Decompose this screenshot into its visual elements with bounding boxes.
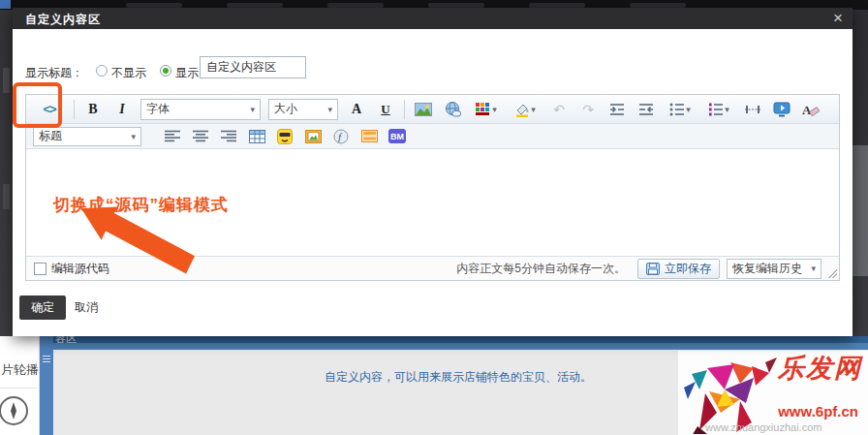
- dimmed-content-patch: [852, 145, 868, 276]
- italic-button[interactable]: I: [111, 99, 133, 120]
- paragraph-format-select[interactable]: 标题 ▾: [33, 127, 141, 146]
- insert-image-button[interactable]: [413, 99, 434, 120]
- bm-template-button[interactable]: BM: [387, 127, 408, 146]
- photo-album-button[interactable]: [302, 127, 324, 146]
- resize-grip[interactable]: [826, 267, 837, 278]
- undo-button[interactable]: ↶: [548, 99, 570, 120]
- sidebar-item-carousel[interactable]: 片轮播: [1, 361, 39, 379]
- bold-icon: B: [88, 102, 97, 117]
- radio-show-title[interactable]: [160, 65, 171, 77]
- font-size-select[interactable]: 大小 ▾: [268, 99, 338, 120]
- restore-history-select[interactable]: 恢复编辑历史 ▾: [727, 259, 822, 279]
- outdent-button[interactable]: [636, 99, 657, 120]
- emoticon-button[interactable]: [274, 127, 295, 146]
- watermark-brand: 乐发网: [778, 351, 862, 386]
- chevron-down-icon: ▾: [131, 132, 136, 141]
- bold-button[interactable]: B: [82, 99, 104, 120]
- indent-icon: [609, 103, 625, 116]
- chevron-down-icon: ▾: [725, 105, 729, 114]
- edit-source-label[interactable]: 编辑源代码: [51, 261, 109, 277]
- align-right-button[interactable]: [218, 127, 239, 146]
- chevron-down-icon: ▾: [327, 105, 332, 114]
- nav-item-ghost: [630, 3, 686, 8]
- custom-content-dialog: 自定义内容区 × 显示标题： 不显示 显示 <> B I 字体 ▾ 大小 ▾ A…: [13, 8, 852, 336]
- module-title-bar: 容区: [53, 336, 868, 343]
- source-code-icon: <>: [43, 102, 55, 116]
- restore-history-value: 恢复编辑历史: [732, 261, 802, 277]
- watermark: 乐发网 www.6pf.cn www.zhuangxiuzhai.com: [678, 351, 868, 435]
- editor-content-area[interactable]: 切换成“源码”编辑模式: [26, 149, 839, 256]
- bullet-list-button[interactable]: ▾: [665, 99, 696, 120]
- source-code-button[interactable]: <>: [33, 99, 66, 120]
- outdent-icon: [638, 103, 654, 116]
- horizontal-rule-button[interactable]: [742, 99, 763, 120]
- edit-source-checkbox[interactable]: [34, 263, 46, 275]
- module-title-partial: 容区: [55, 336, 77, 343]
- editor-toolbar-row2: 标题 ▾: [26, 124, 839, 149]
- video-icon: [773, 102, 790, 117]
- title-text-input[interactable]: [200, 56, 306, 78]
- strikethrough-button[interactable]: A: [346, 99, 367, 120]
- insert-link-button[interactable]: [442, 99, 463, 120]
- align-left-button[interactable]: [162, 127, 183, 146]
- align-left-icon: [165, 130, 180, 142]
- underline-button[interactable]: U: [375, 99, 396, 120]
- bm-icon: BM: [388, 129, 406, 143]
- align-center-icon: [193, 130, 208, 142]
- redo-icon: ↷: [582, 102, 594, 117]
- editor-toolbar-row1: <> B I 字体 ▾ 大小 ▾ A U: [26, 95, 839, 124]
- remove-format-button[interactable]: A: [800, 99, 822, 120]
- chevron-down-icon: ▾: [811, 264, 816, 273]
- radio-show-title-label[interactable]: 显示: [175, 65, 199, 81]
- emoji-icon: [277, 129, 293, 144]
- radio-hide-title[interactable]: [96, 65, 108, 77]
- banner-icon: [361, 130, 378, 142]
- save-now-label: 立即保存: [665, 261, 711, 277]
- font-family-select[interactable]: 字体 ▾: [140, 99, 261, 120]
- autosave-text: 内容正文每5分钟自动保存一次。: [456, 261, 626, 277]
- nav-item-ghost: [126, 3, 182, 8]
- module-sidebar: 片轮播: [0, 336, 40, 435]
- insert-table-button[interactable]: [246, 127, 267, 146]
- insert-video-button[interactable]: [771, 99, 792, 120]
- drag-handle-icon[interactable]: [43, 356, 50, 363]
- radio-hide-title-label[interactable]: 不显示: [111, 65, 146, 81]
- save-now-button[interactable]: 立即保存: [637, 259, 720, 279]
- flash-icon: f: [333, 129, 349, 144]
- watermark-url: www.6pf.cn: [778, 403, 858, 419]
- undo-icon: ↶: [553, 102, 565, 117]
- globe-link-icon: [445, 102, 461, 117]
- chevron-down-icon: ▾: [492, 105, 497, 114]
- nav-item-ghost: [428, 3, 484, 8]
- module-title-bar-lower: [53, 343, 868, 350]
- numbered-list-button[interactable]: ▾: [703, 99, 734, 120]
- italic-icon: I: [119, 102, 124, 117]
- paragraph-format-value: 标题: [39, 128, 62, 144]
- font-color-button[interactable]: ▾: [471, 99, 502, 120]
- dialog-header: 自定义内容区 ×: [13, 8, 852, 29]
- font-size-value: 大小: [274, 101, 297, 117]
- font-family-value: 字体: [146, 101, 170, 117]
- redo-button[interactable]: ↷: [577, 99, 599, 120]
- color-palette-icon: [476, 103, 491, 115]
- cancel-button[interactable]: 取消: [75, 299, 98, 316]
- dimmed-right-strip: [852, 10, 868, 350]
- align-center-button[interactable]: [190, 127, 211, 146]
- nav-item-ghost: [227, 3, 283, 8]
- insert-flash-button[interactable]: f: [330, 127, 352, 146]
- highlight-color-button[interactable]: ▾: [510, 99, 541, 120]
- editor-status-bar: 编辑源代码 内容正文每5分钟自动保存一次。 立即保存 恢复编辑历史 ▾: [26, 256, 839, 280]
- rich-text-editor: <> B I 字体 ▾ 大小 ▾ A U: [25, 94, 840, 281]
- banner-template-button[interactable]: [358, 127, 380, 146]
- photo-album-icon: [305, 130, 322, 143]
- close-icon[interactable]: ×: [833, 8, 843, 29]
- indent-button[interactable]: [606, 99, 628, 120]
- numbered-list-icon: [708, 103, 724, 116]
- confirm-button[interactable]: 确定: [19, 295, 66, 320]
- module-selected-strip: [40, 336, 53, 435]
- clear-format-icon: A: [802, 102, 820, 117]
- toolbar-separator: [404, 100, 405, 119]
- floppy-disk-icon: [646, 263, 660, 275]
- image-icon: [415, 103, 432, 116]
- svg-text:A: A: [802, 103, 812, 117]
